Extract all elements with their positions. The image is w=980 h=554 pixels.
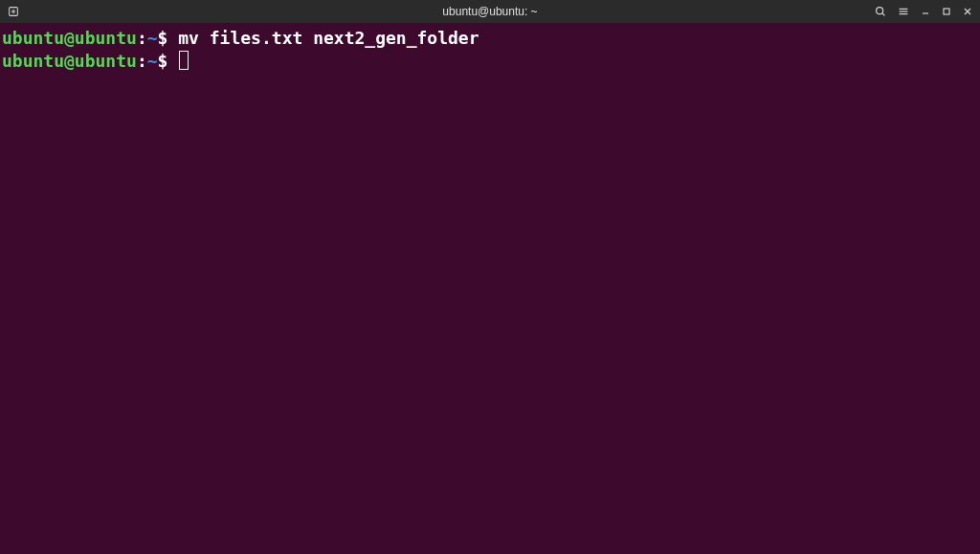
command-text: mv files.txt next2_gen_folder <box>178 27 479 50</box>
close-button[interactable] <box>959 3 976 20</box>
terminal-line: ubuntu@ubuntu:~$ mv files.txt next2_gen_… <box>2 27 978 50</box>
prompt-path: ~ <box>147 27 158 50</box>
window-title: ubuntu@ubuntu: ~ <box>442 5 537 18</box>
minimize-button[interactable] <box>917 3 934 20</box>
prompt-colon: : <box>137 27 147 50</box>
prompt-user-host: ubuntu@ubuntu <box>2 27 137 50</box>
prompt-user-host: ubuntu@ubuntu <box>2 50 137 73</box>
prompt-path: ~ <box>147 50 158 73</box>
menu-button[interactable] <box>894 2 913 21</box>
new-tab-button[interactable] <box>4 2 23 21</box>
prompt-colon: : <box>137 50 147 73</box>
prompt-dollar: $ <box>158 50 179 73</box>
window-titlebar: ubuntu@ubuntu: ~ <box>0 0 980 23</box>
svg-rect-9 <box>944 9 949 14</box>
search-button[interactable] <box>871 2 890 21</box>
svg-point-3 <box>877 8 883 14</box>
maximize-button[interactable] <box>938 3 955 20</box>
prompt-dollar: $ <box>158 27 179 50</box>
terminal-line: ubuntu@ubuntu:~$ <box>2 50 978 73</box>
terminal-area[interactable]: ubuntu@ubuntu:~$ mv files.txt next2_gen_… <box>0 23 980 77</box>
svg-line-4 <box>882 13 885 16</box>
cursor-icon <box>179 51 189 70</box>
